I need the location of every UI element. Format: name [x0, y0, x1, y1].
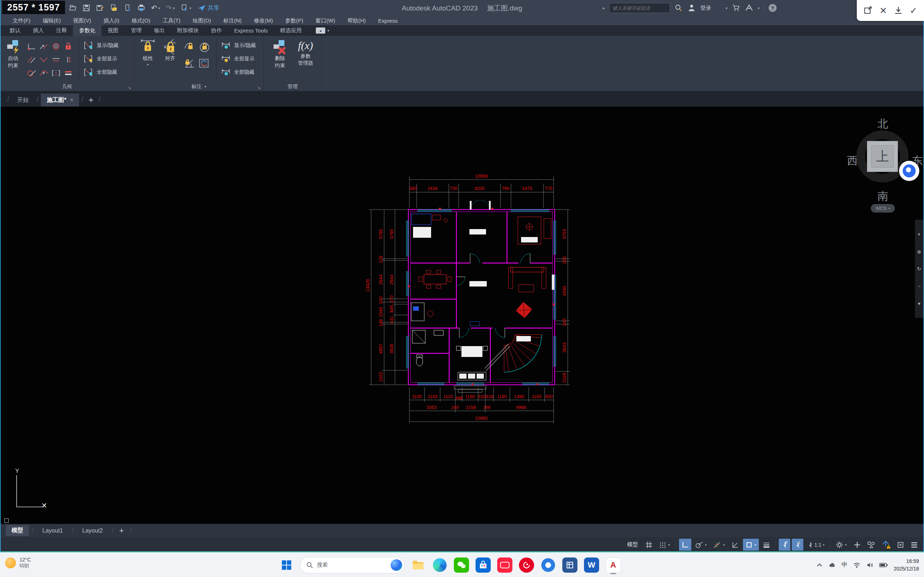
- aligned-constraint-button[interactable]: 对齐: [160, 39, 180, 62]
- menu-help[interactable]: 帮助(H): [342, 17, 371, 24]
- viewcube-top-label[interactable]: 上: [876, 148, 889, 166]
- dimensional-panel-title[interactable]: 标注 ▾ ↘: [134, 82, 263, 91]
- taskbar-search[interactable]: 搜索: [300, 557, 405, 574]
- object-snap-tracking-toggle[interactable]: ▾: [711, 539, 728, 551]
- polar-caret-icon[interactable]: ▾: [704, 543, 708, 546]
- annotation-visibility-toggle[interactable]: [779, 539, 790, 551]
- menu-modify[interactable]: 修改(M): [248, 17, 279, 24]
- radius-constraint-icon[interactable]: [184, 42, 196, 53]
- lineweight-toggle[interactable]: [760, 539, 772, 551]
- new-layout-button[interactable]: +: [119, 526, 124, 535]
- menu-file[interactable]: 文件(F): [7, 17, 36, 24]
- search-icon[interactable]: [674, 3, 683, 12]
- word-app[interactable]: W: [583, 557, 600, 574]
- undo-button[interactable]: ↶ ▾: [151, 3, 160, 12]
- batch-caret-icon[interactable]: ▾: [190, 6, 192, 10]
- osnap-caret-icon[interactable]: ▾: [754, 543, 757, 546]
- annotation-autoscale-toggle[interactable]: [792, 539, 803, 551]
- netease-music-app[interactable]: [518, 557, 535, 574]
- concentric-constraint-icon[interactable]: [51, 42, 61, 50]
- autocad-app[interactable]: A: [605, 557, 622, 574]
- open-file-button[interactable]: [69, 4, 77, 12]
- viewcube-top-face[interactable]: 上: [867, 141, 898, 172]
- pin-window-icon[interactable]: [863, 6, 873, 15]
- save-as-button[interactable]: [96, 4, 104, 12]
- convert-dim-icon[interactable]: [198, 58, 211, 69]
- menu-tools[interactable]: 工具(T): [157, 17, 186, 24]
- file-explorer-app[interactable]: [410, 557, 426, 574]
- grid-toggle[interactable]: [643, 539, 655, 551]
- assistant-floating-button[interactable]: [899, 161, 919, 181]
- manage-panel-title[interactable]: 管理: [264, 82, 321, 91]
- cloud-icon[interactable]: [829, 562, 836, 568]
- login-label[interactable]: 登录: [700, 5, 711, 11]
- linear-caret-icon[interactable]: ▾: [147, 63, 148, 67]
- snap-caret-icon[interactable]: ▾: [668, 543, 671, 546]
- user-icon[interactable]: [687, 3, 696, 12]
- plot-sheets-button[interactable]: [110, 4, 118, 12]
- viewcube-south-label[interactable]: 南: [877, 189, 888, 204]
- redo-button[interactable]: ↷ ▾: [166, 3, 175, 12]
- capture-cancel-icon[interactable]: ✕: [880, 6, 887, 15]
- scale-value[interactable]: 1:1: [814, 542, 821, 548]
- dim-show-hide-button[interactable]: 显示/隐藏: [221, 39, 256, 52]
- nav-more-icon[interactable]: ▾: [918, 301, 921, 306]
- locate-icon[interactable]: ⌖: [918, 231, 921, 237]
- model-space-canvas[interactable]: 10959 560 2434 730 3200 790 2475 770 110…: [0, 106, 924, 524]
- autodesk-caret-icon[interactable]: ▾: [758, 6, 760, 10]
- menu-window[interactable]: 窗口(W): [310, 17, 340, 24]
- panel-expand-icon[interactable]: ↘: [128, 85, 131, 90]
- app-store-cart-icon[interactable]: [732, 3, 740, 12]
- panel-expand-icon[interactable]: ↘: [257, 85, 261, 90]
- battery-icon[interactable]: [879, 562, 888, 567]
- edge-browser-app[interactable]: [431, 557, 448, 574]
- isolate-objects-button[interactable]: [865, 539, 878, 551]
- ribbon-collapse-control[interactable]: ▲ ▾: [316, 25, 329, 36]
- docs-app[interactable]: [561, 557, 578, 574]
- osnap-toggle[interactable]: ▾: [743, 539, 759, 551]
- tab-express-tools[interactable]: Express Tools: [228, 25, 274, 36]
- tab-parametric[interactable]: 参数化: [73, 25, 102, 36]
- delete-constraints-button[interactable]: 删除 约束: [270, 39, 290, 69]
- menu-insert[interactable]: 插入(I): [98, 17, 125, 24]
- menu-express[interactable]: Express: [373, 18, 403, 24]
- customization-button[interactable]: [908, 539, 921, 551]
- linear-constraint-button[interactable]: 线性 ▾: [138, 39, 158, 67]
- equal-constraint-icon[interactable]: [63, 69, 73, 77]
- geom-hide-all-button[interactable]: 全部隐藏: [84, 65, 119, 79]
- autodesk-logo-icon[interactable]: [745, 3, 753, 12]
- volume-icon[interactable]: [866, 562, 873, 568]
- tab-collaborate[interactable]: 协作: [205, 25, 228, 36]
- vertical-constraint-icon[interactable]: [63, 56, 73, 64]
- symmetric-constraint-icon[interactable]: [51, 69, 61, 77]
- undo-caret-icon[interactable]: ▾: [158, 6, 160, 10]
- taskbar-clock[interactable]: 16:59 2025/12/18: [893, 558, 919, 572]
- capture-save-icon[interactable]: [893, 6, 903, 15]
- tangent-circle-constraint-icon[interactable]: [26, 69, 37, 77]
- snap-toggle[interactable]: ▾: [656, 539, 673, 551]
- tab-output[interactable]: 输出: [148, 25, 171, 36]
- login-caret-icon[interactable]: ▾: [726, 6, 727, 10]
- start-button[interactable]: [278, 557, 295, 574]
- new-tab-button[interactable]: +: [89, 95, 94, 105]
- parameters-manager-button[interactable]: f(x) 参数 管理器: [296, 39, 316, 66]
- tab-layout2[interactable]: Layout2: [77, 526, 109, 536]
- help-search-input[interactable]: [609, 3, 670, 13]
- tab-annotate[interactable]: 注释: [50, 25, 73, 36]
- geom-show-all-button[interactable]: 全部显示: [84, 52, 119, 65]
- wechat-app[interactable]: [453, 557, 470, 574]
- zoom-icon[interactable]: −: [918, 283, 921, 289]
- smooth-constraint-icon[interactable]: [39, 69, 49, 77]
- ortho-toggle[interactable]: [679, 539, 691, 551]
- xiaohongshu-app[interactable]: [497, 557, 513, 574]
- otrack-caret-icon[interactable]: ▾: [722, 543, 726, 546]
- menu-view[interactable]: 视图(V): [68, 17, 97, 24]
- horizontal-constraint-icon[interactable]: [51, 56, 61, 64]
- ime-indicator[interactable]: 中: [842, 561, 847, 569]
- osnap-2d-toggle[interactable]: [729, 539, 742, 551]
- clean-screen-button[interactable]: [894, 539, 907, 551]
- print-button[interactable]: [137, 4, 145, 12]
- redo-caret-icon[interactable]: ▾: [173, 6, 175, 10]
- tab-featured-apps[interactable]: 精选应用: [274, 25, 308, 36]
- tab-manage[interactable]: 管理: [125, 25, 148, 36]
